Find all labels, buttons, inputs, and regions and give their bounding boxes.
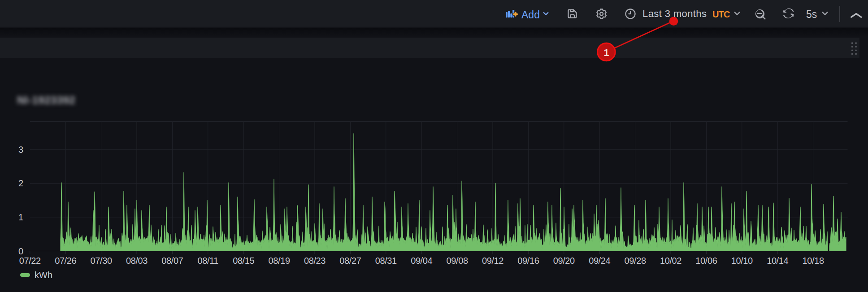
svg-text:1: 1 <box>603 47 609 58</box>
